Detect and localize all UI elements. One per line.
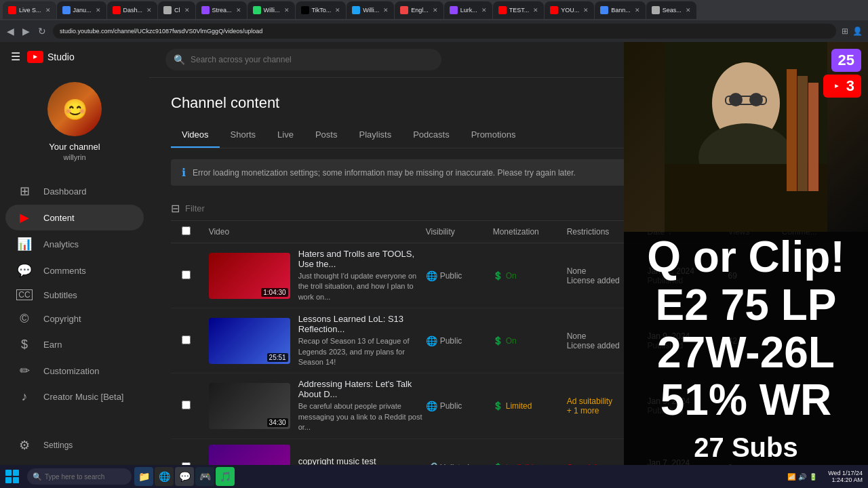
restriction-line-1: License added — [567, 341, 648, 350]
tab-you[interactable]: YOU...✕ — [545, 1, 594, 19]
tab-videos[interactable]: Videos — [171, 123, 220, 148]
avatar-image: 😊 — [47, 82, 102, 136]
avatar[interactable]: 😊 — [47, 82, 102, 136]
sidebar-item-customization[interactable]: ✏ Customization — [5, 358, 144, 384]
restriction-line-2: + 1 more — [567, 406, 648, 415]
tab-bann[interactable]: Bann...✕ — [595, 1, 646, 19]
windows-icon[interactable] — [5, 470, 19, 483]
tab-willi[interactable]: Willi...✕ — [248, 1, 295, 19]
sidebar-item-content[interactable]: ▶ Content — [5, 205, 144, 230]
views-value-1: 42 — [728, 336, 736, 346]
taskbar-app-steam[interactable]: 🎮 — [195, 467, 214, 486]
row-checkbox-1[interactable] — [182, 336, 191, 344]
tab-janu[interactable]: Janu...✕ — [57, 1, 106, 19]
mono-icon-0: 💲 — [493, 271, 503, 281]
sidebar-item-subtitles[interactable]: CC Subtitles — [5, 284, 144, 306]
tab-favicon — [201, 6, 210, 14]
tab-shorts[interactable]: Shorts — [220, 123, 267, 148]
account-icon[interactable]: 👤 — [852, 26, 863, 36]
video-thumb-1[interactable]: 25:51 — [209, 318, 290, 364]
video-thumb-0[interactable]: 1:04:30 — [209, 253, 290, 299]
table-row[interactable]: 34:30 Addressing Haters: Let's Talk Abou… — [171, 373, 846, 439]
tab-posts[interactable]: Posts — [304, 123, 349, 148]
tab-playlists[interactable]: Playlists — [348, 123, 402, 148]
refresh-button[interactable]: ↻ — [37, 24, 47, 38]
tab-promotions[interactable]: Promotions — [460, 123, 527, 148]
back-button[interactable]: ◀ — [5, 24, 16, 38]
search-bar[interactable]: 🔍 — [165, 49, 441, 70]
row-checkbox-0[interactable] — [182, 270, 191, 279]
active-tab[interactable]: Live S... ✕ — [3, 1, 56, 19]
tab-engl[interactable]: Engl...✕ — [395, 1, 443, 19]
tab-tikto[interactable]: TikTo...✕ — [296, 1, 347, 19]
taskbar-search-input[interactable] — [45, 473, 126, 481]
tab-favicon — [8, 6, 16, 14]
sidebar-item-analytics[interactable]: 📊 Analytics — [5, 231, 144, 257]
video-cell-0: 1:04:30 Haters and Trolls are TOOLS, Use… — [209, 249, 426, 302]
extensions-icon[interactable]: ⊞ — [842, 26, 848, 36]
filter-icon: ⊟ — [171, 202, 180, 215]
content-tabs: Videos Shorts Live Posts Playlists Podca… — [171, 123, 846, 148]
address-text: studio.youtube.com/channel/UCkzc91087fws… — [60, 28, 262, 35]
win-quad-tr — [13, 470, 19, 476]
visibility-label-1: Public — [440, 336, 462, 346]
tab-label: Live S... — [19, 7, 41, 14]
tab-favicon — [113, 6, 121, 14]
tab-cl[interactable]: Cl✕ — [158, 1, 195, 19]
clock-date: Wed 1/17/24 — [828, 470, 863, 476]
monetization-badge-1: 💲 On — [493, 336, 567, 346]
sidebar-item-dashboard[interactable]: ⊞ Dashboard — [5, 178, 144, 204]
creator-music-icon: ♪ — [16, 390, 33, 404]
browser-tabs: Live S... ✕ Janu...✕ Dash...✕ Cl✕ Strea.… — [0, 0, 868, 20]
row-checkbox-2[interactable] — [182, 401, 191, 409]
select-all-checkbox[interactable] — [182, 226, 191, 235]
create-button[interactable]: ✚ CREATE — [755, 49, 823, 70]
sidebar-item-earn[interactable]: $ Earn — [5, 332, 144, 357]
col-views-header: Views — [728, 227, 781, 237]
taskbar-app-explorer[interactable]: 📁 — [134, 467, 153, 486]
notifications-icon[interactable]: 🔔 — [715, 54, 728, 66]
tab-dash[interactable]: Dash...✕ — [107, 1, 158, 19]
create-label: CREATE — [778, 55, 813, 65]
tab-seas[interactable]: Seas...✕ — [646, 1, 696, 19]
sidebar-label-comments: Comments — [43, 266, 86, 276]
tab-strea[interactable]: Strea...✕ — [196, 1, 247, 19]
tab-lurk[interactable]: Lurk...✕ — [444, 1, 492, 19]
address-bar[interactable]: studio.youtube.com/channel/UCkzc91087fws… — [53, 24, 836, 39]
taskbar-app-chrome[interactable]: 🌐 — [155, 467, 174, 486]
forward-button[interactable]: ▶ — [21, 24, 31, 38]
table-row[interactable]: 1:04:30 Haters and Trolls are TOOLS, Use… — [171, 243, 846, 308]
col-date-header[interactable]: Date ↓ — [648, 227, 728, 237]
tab-close[interactable]: ✕ — [45, 7, 51, 14]
video-thumb-2[interactable]: 34:30 — [209, 383, 290, 429]
content-icon: ▶ — [16, 210, 33, 225]
taskbar-app-spotify[interactable]: 🎵 — [216, 467, 235, 486]
tab-favicon — [163, 6, 172, 14]
taskbar-search[interactable]: 🔍 — [27, 468, 132, 485]
filter-input[interactable] — [185, 203, 299, 214]
hamburger-menu[interactable]: ☰ — [11, 50, 20, 63]
search-input[interactable] — [191, 55, 433, 64]
filter-bar: ⊟ — [171, 197, 846, 221]
sidebar-item-copyright[interactable]: © Copyright — [5, 306, 144, 331]
sidebar-item-creator-music[interactable]: ♪ Creator Music [Beta] — [5, 384, 144, 409]
sidebar-item-comments[interactable]: 💬 Comments — [5, 258, 144, 283]
tab-willi2[interactable]: Willi...✕ — [347, 1, 394, 19]
video-desc-1: Recap of Season 13 of League of Legends … — [298, 336, 426, 367]
table-row[interactable]: 25:51 Lessons Learned LoL: S13 Reflectio… — [171, 308, 846, 373]
video-title-2: Addressing Haters: Let's Talk About D... — [298, 379, 426, 399]
help-icon[interactable]: ❓ — [735, 54, 749, 66]
taskbar-app-discord[interactable]: 💬 — [175, 467, 194, 486]
tab-test[interactable]: TEST...✕ — [493, 1, 545, 19]
video-rows-container: 1:04:30 Haters and Trolls are TOOLS, Use… — [171, 243, 846, 488]
tab-podcasts[interactable]: Podcasts — [402, 123, 460, 148]
browser-toolbar: ◀ ▶ ↻ studio.youtube.com/channel/UCkzc91… — [0, 20, 868, 42]
search-icon: 🔍 — [174, 54, 185, 65]
sidebar-label-dashboard: Dashboard — [43, 186, 87, 197]
sidebar-item-settings[interactable]: ⚙ Settings — [5, 432, 144, 458]
subtitles-icon: CC — [16, 289, 33, 300]
user-avatar[interactable]: 😊 — [830, 49, 852, 70]
tab-live[interactable]: Live — [267, 123, 304, 148]
yt-studio-logo[interactable]: Studio — [27, 51, 75, 63]
video-duration-2: 34:30 — [267, 418, 288, 427]
